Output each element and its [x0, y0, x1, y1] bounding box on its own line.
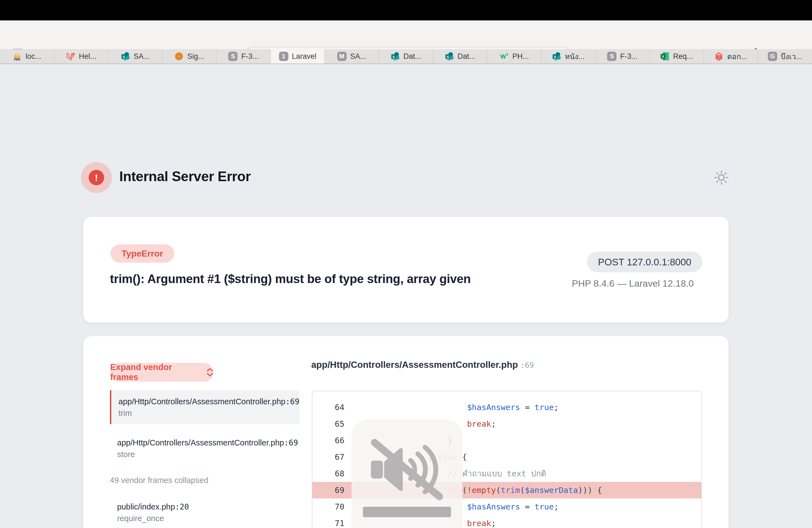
- letter-badge-icon: M: [337, 52, 347, 61]
- request-method-badge: POST 127.0.0.1:8000: [587, 252, 702, 272]
- browser-tab[interactable]: SF-3...: [217, 49, 271, 63]
- browser-tab[interactable]: XReq...: [650, 49, 704, 63]
- code-file-path: app/Http/Controllers/AssessmentControlle…: [311, 360, 518, 370]
- frame-file: app/Http/Controllers/AssessmentControlle…: [118, 396, 292, 408]
- tab-label: หนัง...: [565, 50, 585, 62]
- svg-text:S: S: [554, 55, 556, 59]
- laravel-icon: [66, 52, 75, 61]
- browser-tab[interactable]: MSA...: [325, 49, 379, 63]
- browser-tab[interactable]: SSA...: [108, 49, 162, 63]
- error-summary-card: TypeError POST 127.0.0.1:8000 trim(): Ar…: [83, 217, 729, 323]
- stack-frame[interactable]: app/Http/Controllers/AssessmentControlle…: [110, 390, 300, 424]
- tab-label: SA...: [350, 52, 366, 61]
- browser-tab[interactable]: ตอก...: [704, 49, 758, 63]
- tab-label: loc...: [25, 52, 41, 61]
- svg-text:S: S: [392, 55, 395, 59]
- sharepoint-icon: S: [552, 52, 561, 61]
- code-line: 64 $hasAnswers = true;: [313, 399, 701, 415]
- stack-frame[interactable]: public/index.php:20require_once: [110, 495, 300, 528]
- svg-text:3: 3: [506, 53, 508, 56]
- browser-tab[interactable]: Hel...: [54, 49, 108, 63]
- browser-tab[interactable]: Sหนัง...: [541, 49, 595, 63]
- frame-line-number: :20: [175, 502, 189, 511]
- code-viewer: 64 $hasAnswers = true;65 break;66 }67 } …: [312, 391, 702, 528]
- window-titlebar: [0, 0, 812, 20]
- tab-label: F-3...: [620, 52, 637, 61]
- svg-text:S: S: [122, 55, 125, 59]
- svg-text:X: X: [662, 55, 664, 59]
- browser-tab[interactable]: Gบึงเว...: [758, 49, 812, 63]
- browser-tab[interactable]: Sig...: [162, 49, 217, 63]
- numbered-badge-icon: 1: [279, 52, 288, 61]
- exception-message: trim(): Argument #1 ($string) must be of…: [110, 272, 470, 286]
- red-chevrons-icon: [714, 52, 724, 61]
- phpmyadmin-icon: PMA: [12, 52, 22, 61]
- frame-file: app/Http/Controllers/AssessmentControlle…: [117, 437, 292, 449]
- stack-frame-list: app/Http/Controllers/AssessmentControlle…: [110, 390, 300, 528]
- frame-file: public/index.php:20: [117, 501, 292, 513]
- tab-label: Dat...: [458, 52, 476, 61]
- error-page: ! Internal Server Error TypeError POST 1…: [0, 64, 812, 528]
- letter-badge-icon: S: [228, 52, 237, 61]
- sharepoint-icon: S: [445, 52, 454, 61]
- svg-text:W: W: [500, 53, 506, 60]
- code-file-line: :69: [520, 361, 534, 369]
- browser-tab[interactable]: 1Laravel: [271, 49, 325, 63]
- browser-toolbar: 127.0.0.1 Ax: [0, 20, 812, 49]
- frame-function: require_once: [117, 513, 292, 524]
- w3schools-icon: W3: [499, 52, 509, 61]
- browser-tab[interactable]: SDat...: [379, 49, 433, 63]
- frame-line-number: :69: [284, 438, 298, 448]
- error-status-icon: !: [81, 162, 112, 193]
- tab-strip: PMAloc...Hel...SSA...Sig...SF-3...1Larav…: [0, 49, 812, 64]
- sharepoint-icon: S: [391, 52, 400, 61]
- line-code: $hasAnswers = true;: [332, 399, 559, 415]
- tab-label: F-3...: [241, 52, 259, 61]
- volume-mute-bezel-overlay: [352, 420, 462, 528]
- svg-text:PMA: PMA: [14, 58, 20, 61]
- sharepoint-icon: S: [121, 52, 130, 61]
- environment-versions: PHP 8.4.6 — Laravel 12.18.0: [572, 278, 694, 289]
- letter-badge-icon: S: [607, 52, 617, 61]
- chevron-up-down-icon: [206, 368, 214, 377]
- volume-level-track: [363, 507, 451, 517]
- exception-type-badge: TypeError: [111, 245, 174, 263]
- safari-window: 127.0.0.1 Ax PMAloc...Hel...SSA...Sig...…: [0, 0, 812, 528]
- letter-badge-icon: G: [768, 52, 777, 61]
- speaker-muted-icon: [365, 438, 449, 503]
- theme-toggle-sun-icon[interactable]: [714, 171, 729, 185]
- tab-label: Req...: [673, 52, 693, 61]
- frame-function: trim: [118, 408, 292, 419]
- tab-label: PH...: [512, 52, 529, 61]
- expand-vendor-frames-button[interactable]: Expand vendor frames: [110, 363, 214, 382]
- frame-function: store: [117, 449, 292, 460]
- tab-label: SA...: [134, 52, 150, 61]
- expand-vendor-frames-label: Expand vendor frames: [110, 362, 202, 382]
- collapsed-frames-label[interactable]: 49 vendor frames collapsed: [110, 475, 300, 486]
- excel-icon: X: [660, 52, 669, 61]
- tab-label: Sig...: [187, 52, 204, 61]
- exclamation-icon: !: [89, 170, 104, 185]
- tab-label: Laravel: [292, 52, 317, 61]
- browser-tab[interactable]: W3PH...: [487, 49, 541, 63]
- page-title: Internal Server Error: [119, 168, 251, 185]
- tab-label: Hel...: [79, 52, 96, 61]
- tab-label: ตอก...: [727, 50, 748, 62]
- code-file-header: app/Http/Controllers/AssessmentControlle…: [311, 360, 534, 370]
- tab-label: บึงเว...: [781, 50, 802, 62]
- stack-frame[interactable]: app/Http/Controllers/AssessmentControlle…: [110, 431, 300, 465]
- stack-trace-card: Expand vendor frames app/Http/Controller…: [83, 336, 729, 528]
- tab-label: Dat...: [404, 52, 421, 61]
- frame-line-number: :69: [285, 397, 300, 406]
- browser-tab[interactable]: PMAloc...: [0, 49, 54, 63]
- browser-tab[interactable]: SF-3...: [595, 49, 650, 63]
- svg-text:S: S: [447, 55, 449, 59]
- orange-globe-icon: [174, 52, 184, 61]
- browser-tab[interactable]: SDat...: [433, 49, 487, 63]
